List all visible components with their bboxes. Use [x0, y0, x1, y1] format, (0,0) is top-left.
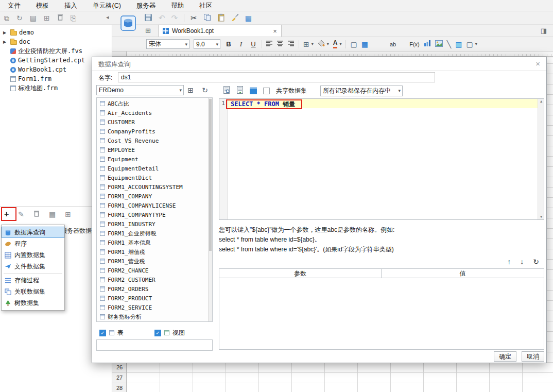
- connection-select[interactable]: FRDemo ▾: [96, 85, 184, 95]
- table-list-item[interactable]: FORM1_COMPANY: [97, 192, 207, 201]
- editor-scrollbar[interactable]: ▲ ▼: [538, 99, 544, 219]
- delete-dataset-icon[interactable]: [33, 210, 40, 218]
- chevron-down-icon[interactable]: ▾: [475, 42, 477, 46]
- table-list-item[interactable]: EquipmentDict: [97, 173, 207, 182]
- table-list-item[interactable]: FORM1_增值税: [97, 247, 207, 257]
- ok-button[interactable]: 确定: [494, 351, 516, 362]
- table-list-item[interactable]: FORM1_企业所得税: [97, 229, 207, 238]
- table-list-scrollbar[interactable]: [208, 98, 212, 321]
- preview-icon[interactable]: ▤: [30, 14, 37, 22]
- font-size-select[interactable]: 9.0 ▾: [194, 39, 220, 49]
- edit-dataset-icon[interactable]: ✎: [18, 210, 24, 218]
- table-list-item[interactable]: FORM1_INDUSTRY: [97, 219, 207, 229]
- table-list-item[interactable]: EMPLOYEE: [97, 145, 207, 155]
- menu-insert[interactable]: 插入: [57, 0, 85, 11]
- table-list-item[interactable]: FORM2_ORDERS: [97, 284, 207, 294]
- table-list-item[interactable]: FORM2_SERVICE: [97, 303, 207, 312]
- table-list-item[interactable]: CompanyProfits: [97, 127, 207, 136]
- tree-file-fvs[interactable]: 企业疫情防控大屏.fvs: [0, 46, 112, 56]
- fill-color-icon[interactable]: [318, 40, 325, 48]
- table-list-item[interactable]: EquipmentDetail: [97, 164, 207, 173]
- scroll-down-icon[interactable]: ▼: [538, 215, 544, 219]
- subreport-icon[interactable]: ▥: [455, 40, 462, 48]
- row-number[interactable]: 28: [112, 383, 127, 392]
- underline-button[interactable]: U: [249, 40, 257, 48]
- format-painter-icon[interactable]: [231, 13, 239, 23]
- align-right-icon[interactable]: [288, 41, 295, 48]
- scrollbar-thumb[interactable]: [209, 99, 212, 251]
- scroll-up-icon[interactable]: ▲: [538, 99, 544, 104]
- tree-folder-demo[interactable]: ▶ demo: [0, 28, 112, 37]
- undo-icon[interactable]: ↶: [159, 13, 165, 23]
- export-sql-icon[interactable]: [236, 86, 244, 95]
- table-list-item[interactable]: FORM2_CHANCE: [97, 266, 207, 275]
- tree-folder-doc[interactable]: ▶ doc: [0, 37, 112, 46]
- preview-dataset-icon[interactable]: ▤: [49, 210, 56, 218]
- menu-cell[interactable]: 单元格(C): [85, 0, 129, 11]
- table-list-item[interactable]: ABC占比: [97, 99, 207, 108]
- align-center-icon[interactable]: [277, 41, 284, 48]
- tab-workbook1[interactable]: WorkBook1.cpt ×: [158, 25, 282, 37]
- server-dataset-tab[interactable]: 服务器数据: [61, 227, 92, 235]
- menu-server[interactable]: 服务器: [129, 0, 164, 11]
- menu-community[interactable]: 社区: [192, 0, 220, 11]
- copy-icon[interactable]: [203, 13, 211, 23]
- menu-item-related[interactable]: 关联数据集: [2, 286, 64, 297]
- delete-icon[interactable]: [57, 14, 63, 22]
- menu-item-db-query[interactable]: 数据库查询: [2, 227, 64, 238]
- table-list-item[interactable]: FORM2_CUSTOMER: [97, 275, 207, 284]
- template-web-attr-icon[interactable]: [120, 15, 136, 32]
- chevron-down-icon[interactable]: ▾: [327, 42, 329, 46]
- refresh-params-icon[interactable]: ↻: [533, 258, 539, 266]
- menu-file[interactable]: 文件: [0, 0, 28, 11]
- move-up-icon[interactable]: ↑: [507, 258, 511, 266]
- bold-button[interactable]: B: [224, 40, 233, 48]
- preview-data-icon[interactable]: [223, 86, 230, 95]
- collapse-left-panel-icon[interactable]: ◂: [106, 14, 109, 21]
- row-number[interactable]: 26: [112, 363, 127, 372]
- row-number[interactable]: 27: [112, 373, 127, 382]
- menu-item-program[interactable]: 程序: [2, 238, 64, 249]
- font-name-select[interactable]: 宋体 ▾: [146, 39, 189, 49]
- menu-template[interactable]: 模板: [28, 0, 57, 11]
- sql-editor[interactable]: 1 SELECT * FROM 销量 ▲ ▼: [219, 98, 544, 220]
- table-list-item[interactable]: FORM1_营业税: [97, 257, 207, 266]
- table-list-item[interactable]: Cost_VS_Revenue: [97, 136, 207, 145]
- table-list-item[interactable]: FORM2_PRODUCT: [97, 294, 207, 303]
- expand-arrow-icon[interactable]: ▶: [3, 40, 8, 44]
- dialog-close-icon[interactable]: ×: [535, 59, 540, 68]
- insert-widget-icon[interactable]: ▦: [245, 14, 252, 22]
- split-cell-icon[interactable]: ▦: [361, 40, 368, 48]
- refresh-connection-icon[interactable]: ↻: [199, 85, 211, 95]
- dock-panel-icon[interactable]: ◨: [541, 27, 547, 35]
- cut-icon[interactable]: ✂: [191, 13, 197, 23]
- copy-template-icon[interactable]: ⎘: [71, 14, 76, 23]
- slash-icon[interactable]: ╲: [447, 40, 451, 48]
- shape-icon[interactable]: ▢: [466, 40, 473, 48]
- align-left-icon[interactable]: [266, 41, 273, 48]
- cell-setting-icon[interactable]: ⊞: [44, 14, 50, 22]
- table-list-item[interactable]: Air_Accidents: [97, 108, 207, 117]
- table-list-item[interactable]: Equipment: [97, 155, 207, 164]
- view-filter-checkbox[interactable]: ✓: [154, 330, 161, 336]
- param-panel-icon[interactable]: [250, 87, 257, 94]
- memory-option-select[interactable]: 所有记录都保存在内存中 ▾: [320, 86, 403, 96]
- table-list-item[interactable]: FORM1_ACCOUNTINGSYSTEM: [97, 182, 207, 192]
- formula-icon[interactable]: F(x): [409, 41, 420, 47]
- chart-icon[interactable]: [424, 40, 431, 48]
- save-icon[interactable]: [144, 13, 152, 23]
- new-grid-icon[interactable]: ⊞: [145, 27, 151, 35]
- expand-arrow-icon[interactable]: ▶: [3, 30, 8, 35]
- border-icon[interactable]: ⊞: [303, 40, 309, 48]
- table-list-item[interactable]: CUSTOMER: [97, 117, 207, 127]
- menu-item-tree[interactable]: 树数据集: [2, 297, 64, 309]
- dataset-name-input[interactable]: [118, 72, 435, 82]
- tab-close-icon[interactable]: ×: [273, 27, 277, 35]
- image-icon[interactable]: [435, 40, 443, 48]
- view-table-icon[interactable]: ⊞: [185, 85, 196, 95]
- redo-icon[interactable]: ↷: [171, 13, 178, 23]
- menu-item-file[interactable]: 文件数据集: [2, 261, 64, 272]
- table-list-item[interactable]: FORM1_COMPANYTYPE: [97, 210, 207, 219]
- table-filter-checkbox[interactable]: ✓: [99, 330, 106, 336]
- chevron-down-icon[interactable]: ▾: [339, 42, 341, 46]
